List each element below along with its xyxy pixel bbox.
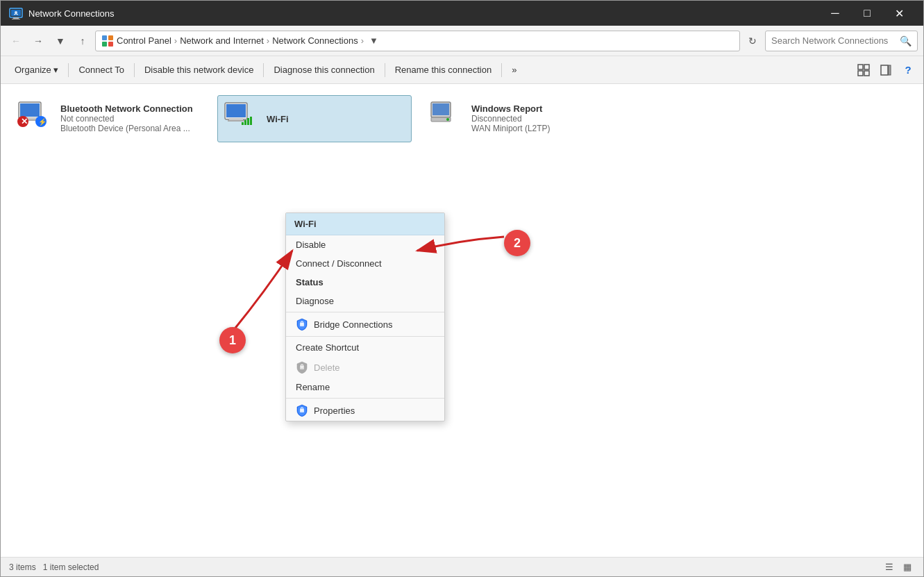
organize-button[interactable]: Organize ▾ xyxy=(6,58,67,83)
more-options-button[interactable]: » xyxy=(503,58,525,83)
statusbar: 3 items 1 item selected ☰ ▦ xyxy=(1,557,923,576)
wifi-item[interactable]: Wi-Fi xyxy=(217,95,412,142)
path-control-panel: Control Panel xyxy=(117,35,171,46)
ctx-diagnose[interactable]: Diagnose xyxy=(286,292,444,310)
bluetooth-desc: Bluetooth Device (Personal Area ... xyxy=(60,124,201,133)
ctx-rename[interactable]: Rename xyxy=(286,378,444,396)
svg-text:✕: ✕ xyxy=(21,117,28,126)
minimize-button[interactable]: ─ xyxy=(819,1,851,26)
svg-rect-2 xyxy=(13,17,19,19)
toolbar-separator-4 xyxy=(385,63,385,77)
ctx-create-shortcut[interactable]: Create Shortcut xyxy=(286,338,444,357)
svg-rect-9 xyxy=(858,65,863,69)
ctx-bridge-connections[interactable]: Bridge Connections xyxy=(286,314,444,335)
windows-report-desc: WAN Miniport (L2TP) xyxy=(471,124,612,133)
shield-icon-bridge xyxy=(296,318,308,331)
bluetooth-network-item[interactable]: ✕ ⚡ Bluetooth Network Connection Not con… xyxy=(12,95,206,141)
change-view-button[interactable] xyxy=(854,60,873,80)
svg-rect-12 xyxy=(864,71,869,76)
status-label: Status xyxy=(296,277,324,287)
bridge-connections-label: Bridge Connections xyxy=(314,319,392,330)
computer-icon: ✕ ⚡ xyxy=(17,101,48,127)
selected-count: 1 item selected xyxy=(43,562,99,572)
svg-rect-30 xyxy=(250,117,252,125)
svg-rect-8 xyxy=(108,42,113,47)
windows-report-item[interactable]: Windows Report Disconnected WAN Miniport… xyxy=(423,95,617,141)
window-icon xyxy=(9,6,23,20)
search-icon: 🔍 xyxy=(900,35,912,47)
ctx-delete: Delete xyxy=(286,357,444,378)
network-items-list: ✕ ⚡ Bluetooth Network Connection Not con… xyxy=(12,95,912,142)
windows-report-info: Windows Report Disconnected WAN Miniport… xyxy=(471,103,612,133)
refresh-button[interactable]: ↻ xyxy=(743,31,762,51)
svg-rect-32 xyxy=(432,103,449,115)
toolbar-separator-5 xyxy=(501,63,502,77)
grid-view-button[interactable]: ▦ xyxy=(900,560,915,575)
shield-icon-properties xyxy=(296,404,308,417)
bluetooth-name: Bluetooth Network Connection xyxy=(60,103,201,114)
annotation-2: 2 xyxy=(504,230,530,256)
rename-button[interactable]: Rename this connection xyxy=(387,58,500,83)
wifi-computer-icon xyxy=(224,101,254,128)
toolbar-separator-3 xyxy=(263,63,264,77)
rename-label: Rename xyxy=(296,382,330,392)
forward-button[interactable]: → xyxy=(28,31,48,51)
svg-point-34 xyxy=(446,118,449,121)
close-button[interactable]: ✕ xyxy=(883,1,915,26)
diagnose-button[interactable]: Diagnose this connection xyxy=(265,58,383,83)
svg-rect-11 xyxy=(858,71,863,76)
disable-button[interactable]: Disable this network device xyxy=(136,58,262,83)
address-path: Control Panel › Network and Internet › N… xyxy=(117,35,364,46)
toolbar-separator-2 xyxy=(134,63,135,77)
server-icon xyxy=(428,101,459,127)
connect-to-button[interactable]: Connect To xyxy=(70,58,133,83)
svg-rect-24 xyxy=(226,104,246,117)
svg-rect-27 xyxy=(242,122,244,125)
svg-rect-13 xyxy=(881,65,888,75)
svg-rect-29 xyxy=(247,118,249,125)
up-button[interactable]: ↑ xyxy=(73,31,92,51)
window-controls: ─ □ ✕ xyxy=(819,1,915,26)
addressbar: ← → ▼ ↑ Control Panel › Network and Inte… xyxy=(1,26,923,56)
annotation-1: 1 xyxy=(219,327,246,353)
list-view-button[interactable]: ☰ xyxy=(882,560,897,575)
svg-rect-28 xyxy=(244,120,246,125)
maximize-button[interactable]: □ xyxy=(851,1,883,26)
ctx-divider-3 xyxy=(286,398,444,399)
ctx-properties[interactable]: Properties xyxy=(286,400,444,421)
ctx-status[interactable]: Status xyxy=(286,273,444,292)
items-count: 3 items xyxy=(9,562,36,572)
ctx-connect-disconnect[interactable]: Connect / Disconnect xyxy=(286,254,444,273)
toolbar: Organize ▾ Connect To Disable this netwo… xyxy=(1,56,923,84)
address-dropdown-arrow[interactable]: ▼ xyxy=(369,35,378,46)
back-button[interactable]: ← xyxy=(6,31,26,51)
disable-label: Disable xyxy=(296,240,326,250)
recent-locations-button[interactable]: ▼ xyxy=(51,31,70,51)
svg-rect-26 xyxy=(228,120,244,122)
window-title: Network Connections xyxy=(28,8,819,19)
path-network-internet: Network and Internet xyxy=(180,35,264,46)
toolbar-right: ? xyxy=(854,60,918,80)
wifi-name: Wi-Fi xyxy=(267,114,405,124)
diagnose-label: Diagnose xyxy=(296,296,334,306)
ctx-disable[interactable]: Disable xyxy=(286,235,444,254)
connect-disconnect-label: Connect / Disconnect xyxy=(296,258,382,269)
context-menu-header: Wi-Fi xyxy=(286,213,444,235)
help-button[interactable]: ? xyxy=(898,60,918,80)
titlebar: Network Connections ─ □ ✕ xyxy=(1,1,923,26)
address-box[interactable]: Control Panel › Network and Internet › N… xyxy=(95,31,740,51)
svg-rect-16 xyxy=(20,103,40,117)
wifi-icon-wrapper xyxy=(224,101,258,136)
bluetooth-icon-wrapper: ✕ ⚡ xyxy=(17,101,52,135)
svg-rect-10 xyxy=(864,65,869,69)
search-input[interactable] xyxy=(771,35,897,46)
svg-rect-25 xyxy=(229,118,243,120)
delete-label: Delete xyxy=(314,362,340,373)
main-window: Network Connections ─ □ ✕ ← → ▼ ↑ Contro… xyxy=(0,0,924,577)
windows-report-status: Disconnected xyxy=(471,114,612,124)
svg-rect-7 xyxy=(102,42,107,47)
search-box[interactable]: 🔍 xyxy=(765,31,918,51)
show-preview-button[interactable] xyxy=(876,60,896,80)
windows-report-icon-wrapper xyxy=(428,101,463,135)
create-shortcut-label: Create Shortcut xyxy=(296,342,359,353)
